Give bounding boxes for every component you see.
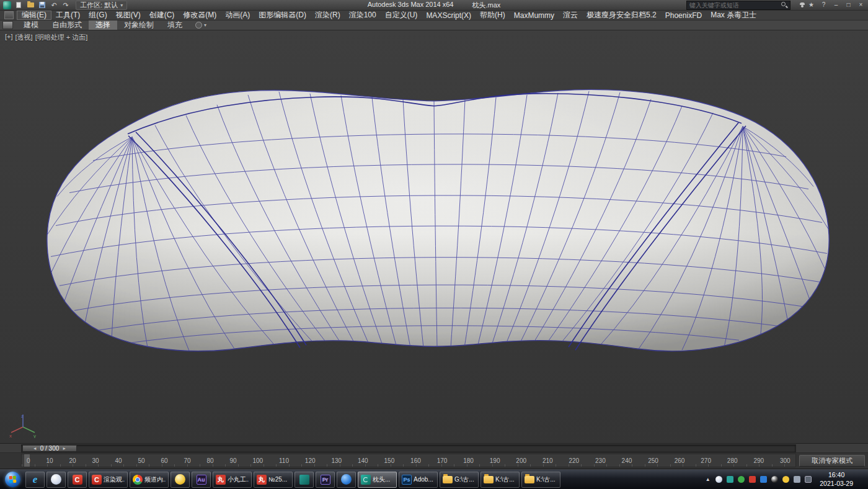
taskbar-window-folder-k1[interactable]: K:\古... <box>480 472 520 488</box>
menu-modifiers[interactable]: 修改器(M) <box>179 11 221 20</box>
taskbar-audition-button[interactable]: Au <box>192 472 211 488</box>
window-title: Autodesk 3ds Max 2014 x64 枕头.max <box>368 1 501 10</box>
new-scene-icon[interactable] <box>14 1 23 9</box>
search-input[interactable] <box>689 2 779 9</box>
taskbar-app-button-blue[interactable] <box>337 472 356 488</box>
max-application-window: ↶ ↷ 工作区: 默认 ▾ Autodesk 3ds Max 2014 x64 … <box>0 0 868 489</box>
save-file-icon[interactable] <box>38 1 46 9</box>
ruler-tick: 0 <box>27 457 30 464</box>
ribbon-app-icon[interactable] <box>2 21 13 29</box>
menu-phoenixfd[interactable]: PhoenixFD <box>661 11 706 20</box>
tray-icon-9[interactable] <box>804 475 812 483</box>
taskbar-window-folder-k2[interactable]: K:\古... <box>521 472 560 488</box>
taskbar-window-photoshop[interactable]: Ps Adob... <box>399 472 438 488</box>
menu-antivirus-guard[interactable]: Max 杀毒卫士 <box>706 11 761 20</box>
ruler-tick: 60 <box>161 457 167 464</box>
menu-customize[interactable]: 自定义(U) <box>381 11 422 20</box>
viewport-general-menu[interactable]: [+] <box>5 33 13 42</box>
tray-icon-7[interactable] <box>782 475 790 483</box>
menu-animation[interactable]: 动画(A) <box>221 11 254 20</box>
taskbar-ie-button[interactable]: e <box>25 472 45 488</box>
3dsmax-icon <box>361 475 371 485</box>
menu-rendering[interactable]: 渲染(R) <box>311 11 345 20</box>
ruler-tick: 230 <box>595 457 606 464</box>
max-logo-icon[interactable] <box>3 1 11 9</box>
tray-icon-1[interactable] <box>715 475 723 483</box>
taskbar-window-chrome[interactable]: 频道内... <box>130 472 169 488</box>
menu-render100[interactable]: 渲染100 <box>345 11 381 20</box>
menu-maxmummy[interactable]: MaxMummy <box>510 11 559 20</box>
viewport-shading-menu[interactable]: [明暗处理 + 边面] <box>35 33 88 42</box>
previous-frame-icon[interactable]: ◄ <box>33 446 37 451</box>
minimize-icon[interactable]: – <box>832 2 840 8</box>
tray-clock[interactable]: 16:40 2021-03-29 <box>820 471 853 488</box>
xiaowan-icon: 丸 <box>257 475 267 485</box>
tab-modeling[interactable]: 建模 <box>17 20 45 30</box>
favorites-icon[interactable]: ★ <box>807 2 815 8</box>
undo-icon[interactable]: ↶ <box>50 1 58 9</box>
tray-icon-2[interactable] <box>726 475 734 483</box>
taskbar-window-3dsmax[interactable]: 枕头... <box>358 472 397 488</box>
menu-group[interactable]: 组(G) <box>84 11 111 20</box>
close-icon[interactable]: × <box>857 2 865 8</box>
xiaowan-icon: 丸 <box>216 475 226 485</box>
taskbar-window-xiaowan-1[interactable]: 丸 小丸工... <box>213 472 252 488</box>
ruler-tick: 240 <box>622 457 632 464</box>
tray-icon-3[interactable] <box>737 475 745 483</box>
search-icon[interactable] <box>781 2 787 8</box>
pillow-model[interactable] <box>0 30 868 443</box>
folder-icon <box>443 476 453 483</box>
taskbar-premiere-button[interactable]: Pr <box>316 472 335 488</box>
taskbar-window-render-viewer[interactable]: C 渲染观... <box>89 472 128 488</box>
restore-icon[interactable]: □ <box>844 2 852 8</box>
taskbar-browser-button[interactable] <box>46 472 66 488</box>
tab-populate[interactable]: 填充 <box>161 20 189 30</box>
ruler-tick: 130 <box>331 457 342 464</box>
tray-icon-4[interactable] <box>748 475 756 483</box>
time-slider-row: ◄ 0 / 300 ► <box>0 444 868 453</box>
perspective-viewport[interactable]: [+] [透视] [明暗处理 + 边面] x y z <box>0 30 868 444</box>
ruler-tick: 280 <box>727 457 738 464</box>
menu-slim-archive[interactable]: 极速瘦身安全归档5.2 <box>582 11 661 20</box>
window-label: 频道内... <box>144 475 166 484</box>
track-bar-ruler[interactable]: 0 10 20 30 40 50 60 70 80 90 100 110 120… <box>21 454 796 467</box>
menu-create[interactable]: 创建(C) <box>145 11 179 20</box>
tab-object-paint[interactable]: 对象绘制 <box>117 20 161 30</box>
help-icon[interactable]: ? <box>820 2 828 8</box>
tray-icon-6[interactable] <box>771 475 779 483</box>
tab-freeform[interactable]: 自由形式 <box>45 20 89 30</box>
next-frame-icon[interactable]: ► <box>62 446 66 451</box>
menu-edit[interactable]: 编辑(E) <box>17 11 51 20</box>
menu-render-cloud[interactable]: 渲云 <box>559 11 582 20</box>
menu-graph-editors[interactable]: 图形编辑器(D) <box>254 11 311 20</box>
menubar-app-icon[interactable] <box>4 11 14 19</box>
start-button[interactable] <box>1 470 24 489</box>
teal-app-icon <box>299 475 309 485</box>
cancel-expert-mode-button[interactable]: 取消专家模式 <box>799 455 865 467</box>
time-slider-track[interactable]: ◄ 0 / 300 ► <box>21 444 796 452</box>
menu-help[interactable]: 帮助(H) <box>476 11 510 20</box>
redo-icon[interactable]: ↷ <box>61 1 70 9</box>
tray-icon-8[interactable] <box>793 475 801 483</box>
taskbar-window-folder-g[interactable]: G:\古... <box>440 472 479 488</box>
tab-selection[interactable]: 选择 <box>89 20 117 30</box>
ruler-tick: 220 <box>569 457 579 464</box>
taskbar-app-button-teal[interactable] <box>294 472 314 488</box>
show-hidden-icons-chevron[interactable]: ▲ <box>704 475 712 483</box>
open-file-icon[interactable] <box>26 1 35 9</box>
menu-views[interactable]: 视图(V) <box>112 11 145 20</box>
workspace-selector[interactable]: 工作区: 默认 ▾ <box>76 1 127 10</box>
taskbar-window-xiaowan-2[interactable]: 丸 №25... <box>254 472 293 488</box>
time-slider-handle[interactable]: ◄ 0 / 300 ► <box>22 445 77 452</box>
ruler-tick: 290 <box>753 457 764 464</box>
ribbon-minimize-icon[interactable]: ▾ <box>195 22 206 29</box>
menu-maxscript[interactable]: MAXScript(X) <box>422 11 476 20</box>
ruler-tick: 180 <box>463 457 474 464</box>
tray-icon-5[interactable] <box>760 475 768 483</box>
menu-tools[interactable]: 工具(T) <box>51 11 84 20</box>
taskbar-app-button-yellow[interactable] <box>170 472 190 488</box>
chrome-icon <box>133 475 143 485</box>
taskbar-ccleaner-button[interactable]: C <box>68 472 87 488</box>
viewport-pov-menu[interactable]: [透视] <box>16 33 33 42</box>
ruler-tick: 100 <box>252 457 263 464</box>
